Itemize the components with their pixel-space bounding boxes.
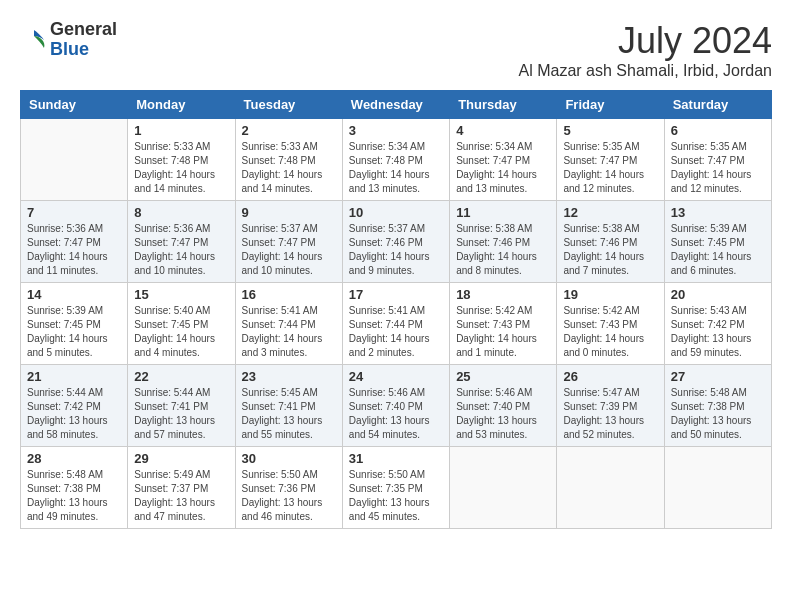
calendar-cell: 15Sunrise: 5:40 AMSunset: 7:45 PMDayligh…	[128, 283, 235, 365]
day-number: 12	[563, 205, 657, 220]
day-number: 15	[134, 287, 228, 302]
day-info: Sunrise: 5:36 AMSunset: 7:47 PMDaylight:…	[134, 222, 228, 278]
calendar-cell: 16Sunrise: 5:41 AMSunset: 7:44 PMDayligh…	[235, 283, 342, 365]
day-info: Sunrise: 5:46 AMSunset: 7:40 PMDaylight:…	[456, 386, 550, 442]
day-number: 5	[563, 123, 657, 138]
calendar-cell	[664, 447, 771, 529]
calendar-cell: 17Sunrise: 5:41 AMSunset: 7:44 PMDayligh…	[342, 283, 449, 365]
day-info: Sunrise: 5:48 AMSunset: 7:38 PMDaylight:…	[671, 386, 765, 442]
calendar-cell: 31Sunrise: 5:50 AMSunset: 7:35 PMDayligh…	[342, 447, 449, 529]
calendar-week-2: 7Sunrise: 5:36 AMSunset: 7:47 PMDaylight…	[21, 201, 772, 283]
day-info: Sunrise: 5:41 AMSunset: 7:44 PMDaylight:…	[242, 304, 336, 360]
day-info: Sunrise: 5:43 AMSunset: 7:42 PMDaylight:…	[671, 304, 765, 360]
day-info: Sunrise: 5:36 AMSunset: 7:47 PMDaylight:…	[27, 222, 121, 278]
calendar-cell: 18Sunrise: 5:42 AMSunset: 7:43 PMDayligh…	[450, 283, 557, 365]
location-title: Al Mazar ash Shamali, Irbid, Jordan	[519, 62, 772, 80]
day-info: Sunrise: 5:40 AMSunset: 7:45 PMDaylight:…	[134, 304, 228, 360]
logo-text: General Blue	[50, 20, 117, 60]
calendar-cell	[21, 119, 128, 201]
weekday-header-friday: Friday	[557, 91, 664, 119]
day-number: 17	[349, 287, 443, 302]
calendar-cell: 5Sunrise: 5:35 AMSunset: 7:47 PMDaylight…	[557, 119, 664, 201]
day-number: 3	[349, 123, 443, 138]
calendar-cell: 19Sunrise: 5:42 AMSunset: 7:43 PMDayligh…	[557, 283, 664, 365]
day-number: 1	[134, 123, 228, 138]
day-info: Sunrise: 5:44 AMSunset: 7:41 PMDaylight:…	[134, 386, 228, 442]
calendar-cell: 2Sunrise: 5:33 AMSunset: 7:48 PMDaylight…	[235, 119, 342, 201]
calendar-cell: 24Sunrise: 5:46 AMSunset: 7:40 PMDayligh…	[342, 365, 449, 447]
day-info: Sunrise: 5:38 AMSunset: 7:46 PMDaylight:…	[456, 222, 550, 278]
calendar-cell: 6Sunrise: 5:35 AMSunset: 7:47 PMDaylight…	[664, 119, 771, 201]
day-number: 23	[242, 369, 336, 384]
calendar-cell: 29Sunrise: 5:49 AMSunset: 7:37 PMDayligh…	[128, 447, 235, 529]
calendar-cell: 21Sunrise: 5:44 AMSunset: 7:42 PMDayligh…	[21, 365, 128, 447]
calendar-cell: 30Sunrise: 5:50 AMSunset: 7:36 PMDayligh…	[235, 447, 342, 529]
calendar-cell: 22Sunrise: 5:44 AMSunset: 7:41 PMDayligh…	[128, 365, 235, 447]
weekday-row: SundayMondayTuesdayWednesdayThursdayFrid…	[21, 91, 772, 119]
day-number: 28	[27, 451, 121, 466]
title-section: July 2024 Al Mazar ash Shamali, Irbid, J…	[519, 20, 772, 80]
weekday-header-monday: Monday	[128, 91, 235, 119]
day-info: Sunrise: 5:37 AMSunset: 7:47 PMDaylight:…	[242, 222, 336, 278]
day-info: Sunrise: 5:44 AMSunset: 7:42 PMDaylight:…	[27, 386, 121, 442]
day-info: Sunrise: 5:47 AMSunset: 7:39 PMDaylight:…	[563, 386, 657, 442]
calendar-week-3: 14Sunrise: 5:39 AMSunset: 7:45 PMDayligh…	[21, 283, 772, 365]
day-number: 6	[671, 123, 765, 138]
logo: General Blue	[20, 20, 117, 60]
weekday-header-sunday: Sunday	[21, 91, 128, 119]
calendar-table: SundayMondayTuesdayWednesdayThursdayFrid…	[20, 90, 772, 529]
calendar-cell: 13Sunrise: 5:39 AMSunset: 7:45 PMDayligh…	[664, 201, 771, 283]
calendar-cell	[557, 447, 664, 529]
day-number: 16	[242, 287, 336, 302]
day-number: 9	[242, 205, 336, 220]
day-info: Sunrise: 5:42 AMSunset: 7:43 PMDaylight:…	[456, 304, 550, 360]
calendar-cell: 3Sunrise: 5:34 AMSunset: 7:48 PMDaylight…	[342, 119, 449, 201]
day-number: 8	[134, 205, 228, 220]
day-number: 26	[563, 369, 657, 384]
day-info: Sunrise: 5:42 AMSunset: 7:43 PMDaylight:…	[563, 304, 657, 360]
day-info: Sunrise: 5:50 AMSunset: 7:36 PMDaylight:…	[242, 468, 336, 524]
calendar-cell: 10Sunrise: 5:37 AMSunset: 7:46 PMDayligh…	[342, 201, 449, 283]
calendar-week-5: 28Sunrise: 5:48 AMSunset: 7:38 PMDayligh…	[21, 447, 772, 529]
weekday-header-wednesday: Wednesday	[342, 91, 449, 119]
logo-blue: Blue	[50, 40, 117, 60]
day-number: 2	[242, 123, 336, 138]
day-number: 29	[134, 451, 228, 466]
day-number: 13	[671, 205, 765, 220]
day-info: Sunrise: 5:38 AMSunset: 7:46 PMDaylight:…	[563, 222, 657, 278]
calendar-cell: 9Sunrise: 5:37 AMSunset: 7:47 PMDaylight…	[235, 201, 342, 283]
day-number: 20	[671, 287, 765, 302]
day-info: Sunrise: 5:35 AMSunset: 7:47 PMDaylight:…	[671, 140, 765, 196]
calendar-cell: 12Sunrise: 5:38 AMSunset: 7:46 PMDayligh…	[557, 201, 664, 283]
day-number: 11	[456, 205, 550, 220]
calendar-cell: 26Sunrise: 5:47 AMSunset: 7:39 PMDayligh…	[557, 365, 664, 447]
weekday-header-tuesday: Tuesday	[235, 91, 342, 119]
day-number: 24	[349, 369, 443, 384]
calendar-cell	[450, 447, 557, 529]
day-info: Sunrise: 5:33 AMSunset: 7:48 PMDaylight:…	[242, 140, 336, 196]
calendar-cell: 4Sunrise: 5:34 AMSunset: 7:47 PMDaylight…	[450, 119, 557, 201]
calendar-cell: 14Sunrise: 5:39 AMSunset: 7:45 PMDayligh…	[21, 283, 128, 365]
day-info: Sunrise: 5:35 AMSunset: 7:47 PMDaylight:…	[563, 140, 657, 196]
day-info: Sunrise: 5:39 AMSunset: 7:45 PMDaylight:…	[27, 304, 121, 360]
calendar-week-1: 1Sunrise: 5:33 AMSunset: 7:48 PMDaylight…	[21, 119, 772, 201]
day-number: 31	[349, 451, 443, 466]
day-number: 14	[27, 287, 121, 302]
day-info: Sunrise: 5:49 AMSunset: 7:37 PMDaylight:…	[134, 468, 228, 524]
day-number: 30	[242, 451, 336, 466]
day-number: 7	[27, 205, 121, 220]
calendar-cell: 28Sunrise: 5:48 AMSunset: 7:38 PMDayligh…	[21, 447, 128, 529]
calendar-cell: 25Sunrise: 5:46 AMSunset: 7:40 PMDayligh…	[450, 365, 557, 447]
day-number: 10	[349, 205, 443, 220]
day-info: Sunrise: 5:39 AMSunset: 7:45 PMDaylight:…	[671, 222, 765, 278]
day-info: Sunrise: 5:41 AMSunset: 7:44 PMDaylight:…	[349, 304, 443, 360]
day-info: Sunrise: 5:34 AMSunset: 7:48 PMDaylight:…	[349, 140, 443, 196]
day-number: 21	[27, 369, 121, 384]
day-number: 18	[456, 287, 550, 302]
calendar-body: 1Sunrise: 5:33 AMSunset: 7:48 PMDaylight…	[21, 119, 772, 529]
logo-general: General	[50, 20, 117, 40]
day-number: 22	[134, 369, 228, 384]
day-info: Sunrise: 5:50 AMSunset: 7:35 PMDaylight:…	[349, 468, 443, 524]
day-number: 25	[456, 369, 550, 384]
calendar-week-4: 21Sunrise: 5:44 AMSunset: 7:42 PMDayligh…	[21, 365, 772, 447]
